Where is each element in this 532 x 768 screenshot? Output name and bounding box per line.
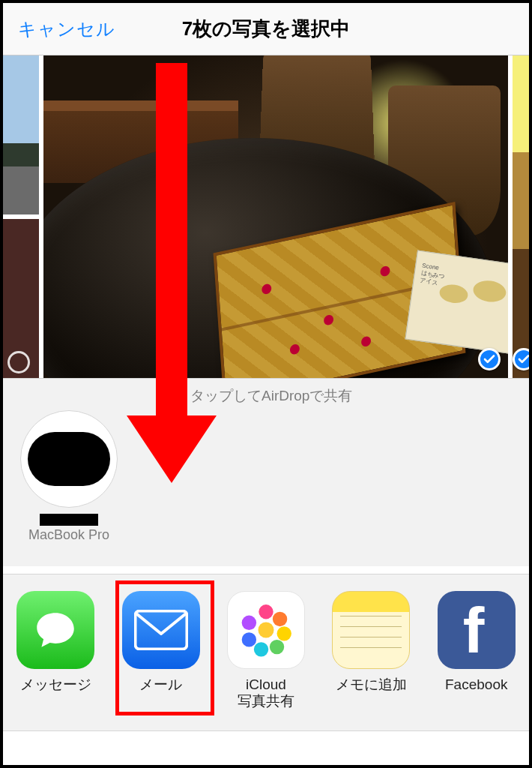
notes-icon (332, 591, 410, 669)
svg-point-2 (259, 604, 273, 619)
app-label: メッセージ (7, 676, 104, 693)
app-icloud-photo-share[interactable]: iCloud 写真共有 (217, 591, 315, 710)
svg-point-4 (277, 626, 291, 640)
share-sheet-header: キャンセル 7枚の写真を選択中 (3, 3, 529, 56)
airdrop-contact[interactable]: MacBook Pro (16, 410, 121, 543)
facebook-icon: f (438, 591, 516, 669)
redacted-name (40, 514, 98, 526)
share-apps-row: メッセージ メール iCloud 写真共有 メモに追加 f Facebook (3, 574, 529, 731)
airdrop-hint-label: タップしてAirDropで共有 (190, 386, 352, 406)
photo-main[interactable]: Sconeはちみつアイス (43, 56, 508, 378)
app-notes[interactable]: メモに追加 (322, 591, 420, 693)
app-facebook[interactable]: f Facebook (428, 591, 525, 693)
svg-point-7 (242, 632, 256, 646)
selection-circle-icon (7, 351, 30, 374)
svg-rect-0 (135, 611, 187, 650)
app-label: メモに追加 (322, 676, 420, 693)
svg-point-3 (273, 612, 287, 626)
selected-photos-strip[interactable]: Sconeはちみつアイス (3, 56, 529, 378)
photo-thumb[interactable] (513, 56, 529, 378)
avatar (20, 410, 118, 508)
selected-check-icon (478, 348, 501, 370)
mail-icon (122, 591, 200, 669)
airdrop-section: タップしてAirDropで共有 MacBook Pro (3, 379, 529, 566)
photo-thumb-column (3, 56, 39, 378)
airdrop-contact-label: MacBook Pro (16, 527, 121, 543)
photo-thumb[interactable] (3, 219, 39, 378)
app-messages[interactable]: メッセージ (7, 591, 104, 693)
app-label: iCloud 写真共有 (217, 676, 315, 710)
svg-point-5 (270, 640, 284, 654)
share-sheet-title: 7枚の写真を選択中 (182, 16, 350, 42)
app-label: Facebook (428, 676, 525, 693)
svg-point-6 (254, 642, 268, 656)
photo-thumb[interactable] (3, 56, 39, 214)
app-label: メール (112, 676, 210, 693)
selected-check-icon (513, 348, 529, 370)
svg-point-1 (258, 622, 273, 638)
icloud-photo-icon (227, 591, 305, 669)
cancel-button[interactable]: キャンセル (18, 17, 115, 41)
photo-content: Sconeはちみつアイス (43, 56, 508, 378)
messages-icon (16, 591, 94, 669)
svg-point-8 (242, 616, 256, 630)
app-mail[interactable]: メール (112, 591, 210, 693)
